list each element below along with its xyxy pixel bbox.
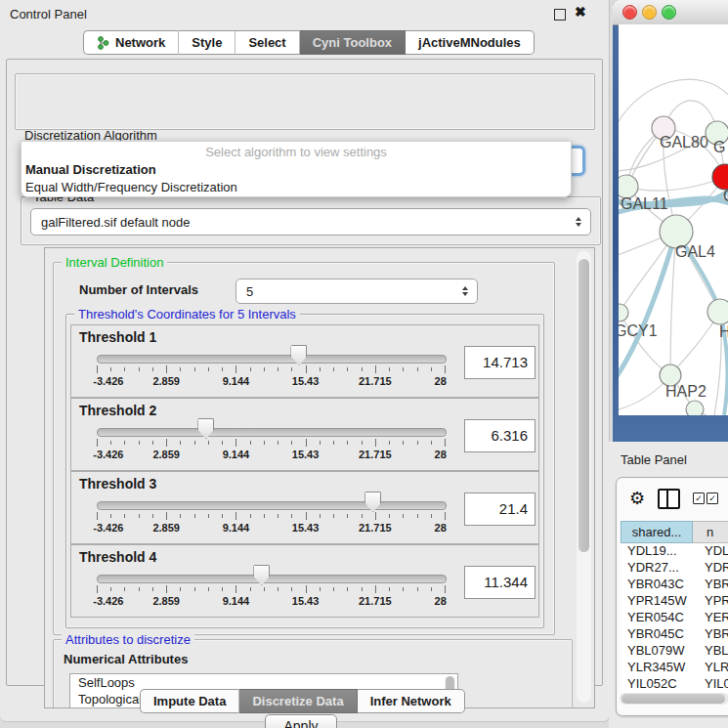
table-row[interactable]: YPR145WYPR1 — [621, 593, 728, 610]
threshold-value-field[interactable]: 14.713 — [464, 346, 535, 379]
threshold-label: Threshold 3 — [79, 476, 156, 492]
cyni-toolbox-panel: Discretization Algorithm Select algorith… — [6, 59, 603, 686]
slider-scale-labels: -3.4262.8599.14415.4321.71528 — [97, 595, 445, 609]
table-row[interactable]: YDL19...YDL1 — [621, 543, 728, 560]
cell-shared-name[interactable]: YER054C — [621, 610, 699, 626]
close-icon[interactable]: ✖ — [575, 4, 586, 20]
cell-name[interactable]: YDL1 — [699, 543, 728, 560]
slider-tick — [306, 585, 307, 593]
cell-name[interactable]: YER0 — [699, 610, 728, 626]
table-row[interactable]: YBL079WYBL0 — [621, 643, 728, 660]
dropdown-placeholder-item[interactable]: Select algorithm to view settings — [21, 142, 571, 161]
cell-name[interactable]: YBR0 — [699, 626, 728, 643]
cell-name[interactable]: YIL0 — [699, 676, 728, 693]
slider-tick — [347, 587, 348, 591]
table-row[interactable]: YIL052CYIL0 — [621, 676, 728, 693]
tab-discretize-data[interactable]: Discretize Data — [239, 689, 357, 713]
minimize-button[interactable] — [642, 5, 657, 20]
number-of-intervals-combobox[interactable]: 5 — [236, 278, 478, 304]
slider-tick — [362, 514, 363, 518]
interval-definition-group-title: Interval Definition — [62, 255, 167, 270]
scale-tick-label: 15.43 — [292, 375, 320, 387]
cell-shared-name[interactable]: YPR145W — [621, 593, 699, 610]
scrollbar-thumb[interactable] — [578, 259, 589, 552]
dropdown-option-equal-width-frequency[interactable]: Equal Width/Frequency Discretization — [21, 179, 571, 196]
discretization-algorithm-group — [15, 73, 595, 130]
column-header-shared-name[interactable]: shared... — [621, 521, 693, 543]
tab-select[interactable]: Select — [236, 30, 299, 55]
apply-button[interactable]: Apply — [265, 714, 337, 728]
zoom-button[interactable] — [662, 5, 676, 20]
slider-tick — [291, 441, 292, 445]
scale-tick-label: 21.715 — [359, 449, 392, 460]
tab-style[interactable]: Style — [179, 30, 236, 55]
slider-tick — [375, 439, 376, 447]
close-button[interactable] — [622, 5, 637, 20]
threshold-slider[interactable] — [97, 501, 447, 510]
column-header-name[interactable]: n — [693, 521, 728, 543]
cell-shared-name[interactable]: YBL079W — [621, 643, 699, 660]
tab-impute-data[interactable]: Impute Data — [140, 689, 239, 713]
slider-tick — [445, 365, 446, 373]
network-canvas[interactable]: GAL80GCGAL11GAL4GCY1HHAP2 — [619, 24, 728, 415]
tab-label: Network — [115, 35, 165, 50]
cell-shared-name[interactable]: YDL19... — [621, 543, 699, 560]
slider-tick — [445, 512, 446, 520]
table-row[interactable]: YDR27...YDR2 — [621, 560, 728, 577]
cell-name[interactable]: YLR3 — [699, 660, 728, 676]
cell-shared-name[interactable]: YIL052C — [621, 676, 699, 693]
cell-shared-name[interactable]: YDR27... — [621, 560, 699, 577]
threshold-slider[interactable] — [97, 355, 447, 364]
cell-shared-name[interactable]: YBR043C — [621, 577, 699, 593]
threshold-slider[interactable] — [97, 428, 447, 437]
threshold-value-field[interactable]: 6.316 — [464, 419, 535, 452]
threshold-panel: Threshold 4 -3.4262.8599.14415.4321.7152… — [70, 544, 539, 618]
gear-icon[interactable]: ⚙ — [629, 490, 645, 507]
cell-shared-name[interactable]: YBR045C — [621, 626, 699, 643]
slider-tick — [333, 367, 334, 371]
threshold-value-field[interactable]: 11.344 — [464, 566, 535, 599]
table-row[interactable]: YER054CYER0 — [621, 610, 728, 626]
dropdown-option-manual-discretization[interactable]: Manual Discretization — [21, 161, 571, 179]
threshold-value-field[interactable]: 21.4 — [464, 492, 535, 526]
cell-shared-name[interactable]: YLR345W — [621, 660, 699, 676]
tab-network[interactable]: Network — [83, 30, 179, 55]
network-node[interactable] — [686, 401, 704, 415]
table-row[interactable]: YBR043CYBR0 — [621, 577, 728, 593]
slider-tick — [236, 439, 236, 447]
table-row[interactable]: YBR045CYBR0 — [621, 626, 728, 643]
split-columns-icon[interactable] — [658, 489, 680, 509]
network-node[interactable] — [712, 164, 728, 190]
threshold-slider[interactable] — [97, 575, 447, 583]
cell-name[interactable]: YBR0 — [699, 577, 728, 593]
slider-tick — [291, 514, 292, 518]
network-node[interactable] — [707, 299, 728, 324]
tab-label: Discretize Data — [252, 694, 343, 708]
scrollbar-thumb[interactable] — [621, 694, 725, 704]
network-node[interactable] — [619, 304, 628, 321]
tab-infer-network[interactable]: Infer Network — [358, 689, 465, 713]
float-window-icon[interactable] — [554, 9, 566, 21]
slider-tick — [417, 367, 418, 371]
table-data-combobox[interactable]: galFiltered.sif default node — [30, 208, 591, 236]
slider-tick — [194, 587, 195, 591]
settings-vertical-scrollbar[interactable] — [577, 251, 591, 703]
table-panel-window: ⚙ ✓ ✓ shared... n YDL19...YDL1YDR27...YD… — [616, 477, 728, 716]
slider-tick — [278, 441, 278, 445]
slider-tick — [250, 367, 251, 371]
network-icon — [97, 36, 109, 50]
slider-tick — [403, 441, 404, 445]
table-data-combobox-value: galFiltered.sif default node — [31, 215, 571, 230]
slider-tick — [166, 585, 167, 593]
cyni-bottom-tabs: Impute Data Discretize Data Infer Networ… — [140, 689, 465, 713]
slider-tick — [403, 367, 404, 371]
table-horizontal-scrollbar[interactable] — [620, 693, 728, 705]
select-columns-icon[interactable]: ✓ ✓ — [693, 492, 718, 504]
tab-cyni-toolbox[interactable]: Cyni Toolbox — [300, 30, 406, 55]
tab-jactivemnodules[interactable]: jActiveMNodules — [406, 30, 535, 55]
cell-name[interactable]: YBL0 — [699, 643, 728, 660]
table-row[interactable]: YLR345WYLR3 — [621, 660, 728, 676]
cell-name[interactable]: YPR1 — [699, 593, 728, 610]
cell-name[interactable]: YDR2 — [699, 560, 728, 577]
slider-tick — [362, 441, 363, 445]
